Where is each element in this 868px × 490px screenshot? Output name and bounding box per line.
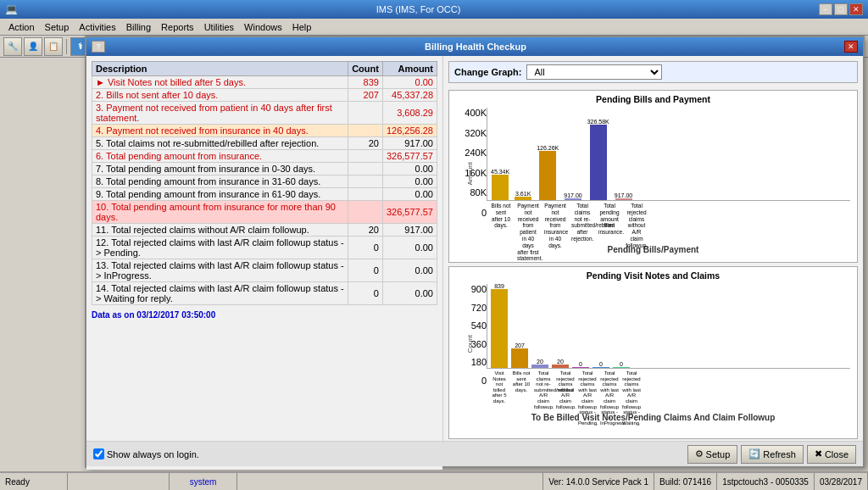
bar xyxy=(531,365,548,368)
chart2-subtitle: To Be Billed Visit Notes/Pending Claims … xyxy=(453,413,854,422)
menu-activities[interactable]: Activities xyxy=(74,20,120,34)
status-user: system xyxy=(170,473,237,490)
app-icon: 💻 xyxy=(5,3,18,15)
col-count: Count xyxy=(348,62,383,76)
bar xyxy=(539,151,556,200)
toolbar-btn-2[interactable]: 👤 xyxy=(24,37,42,56)
chart2-body: Count 839 207 xyxy=(487,284,850,411)
show-always-checkbox[interactable] xyxy=(93,448,104,459)
table-row: 8. Total pending amount from insurance i… xyxy=(92,175,437,188)
bar xyxy=(511,348,528,368)
bars-2: 839 207 20 xyxy=(487,284,850,369)
pending-visit-chart: Pending Visit Notes and Claims 900 720 5… xyxy=(448,266,858,439)
bar xyxy=(590,125,607,200)
bar-group: 0 xyxy=(613,361,630,368)
left-panel: Description Count Amount ► Visit Notes n… xyxy=(86,56,442,470)
toolbar-btn-1[interactable]: 🔧 xyxy=(3,37,22,56)
toolbar-btn-3[interactable]: 📋 xyxy=(44,37,63,56)
app-title: IMS (IMS, For OCC) xyxy=(18,4,819,14)
show-always-label[interactable]: Show always on login. xyxy=(93,448,199,459)
status-empty xyxy=(68,473,170,490)
table-row: 5. Total claims not re-submitted/rebille… xyxy=(92,137,437,150)
status-date: 03/28/2017 xyxy=(815,473,868,490)
refresh-button[interactable]: 🔄 Refresh xyxy=(741,445,804,464)
right-panel: Change Graph: All Pending Bills Visit No… xyxy=(442,56,863,444)
bar-group: 20 xyxy=(552,359,569,368)
bar-group: 207 xyxy=(511,342,528,368)
bar-group: 839 xyxy=(491,283,508,368)
status-version: Ver: 14.0.0 Service Pack 1 xyxy=(543,473,654,490)
chart1-area: 400K 320K 240K 160K 80K 0 Amount 4 xyxy=(453,108,854,243)
minimize-button[interactable]: − xyxy=(819,3,832,15)
bar-group: 917.00 xyxy=(615,192,632,200)
gear-icon: ⚙ xyxy=(695,448,704,459)
table-row: 2. Bills not sent after 10 days. 207 45,… xyxy=(92,89,437,102)
menu-setup[interactable]: Setup xyxy=(40,20,75,34)
setup-button[interactable]: ⚙ Setup xyxy=(687,445,738,464)
bar xyxy=(572,367,589,368)
billing-health-dialog: ? Billing Health Checkup ✕ Description C… xyxy=(85,36,865,468)
close-icon: ✖ xyxy=(815,448,822,459)
menu-windows[interactable]: Windows xyxy=(239,20,287,34)
table-row: 10. Total pending amount from insurance … xyxy=(92,201,437,224)
x-labels-1: Bills not sent after 10 days. Payment no… xyxy=(487,201,850,235)
bar xyxy=(593,367,609,368)
table-row: 3. Payment not received from patient in … xyxy=(92,102,437,125)
table-row: 4. Payment not received from insurance i… xyxy=(92,125,437,137)
dialog-title: Billing Health Checkup xyxy=(107,42,844,52)
chart2-area: 900 720 540 360 180 0 Count 839 xyxy=(453,284,854,411)
dialog-bottom: Show always on login. ⚙ Setup 🔄 Refresh … xyxy=(86,441,863,466)
pending-visit-title: Pending Visit Notes and Claims xyxy=(453,270,854,281)
dialog-title-bar: ? Billing Health Checkup ✕ xyxy=(86,37,863,56)
bar-group: 20 xyxy=(531,359,548,368)
status-spacer xyxy=(237,473,543,490)
y-axis-label-1: Amount xyxy=(466,162,474,186)
bar xyxy=(613,367,630,368)
window-controls: − □ ✕ xyxy=(819,3,863,15)
menu-help[interactable]: Help xyxy=(287,20,317,34)
window-close-button[interactable]: ✕ xyxy=(849,3,863,15)
bar xyxy=(565,198,581,200)
menu-reports[interactable]: Reports xyxy=(156,20,199,34)
health-table: Description Count Amount ► Visit Notes n… xyxy=(92,61,437,305)
bar-group: 0 xyxy=(572,361,589,368)
pending-bills-chart: Pending Bills and Payment 400K 320K 240K… xyxy=(448,90,858,263)
status-build: Build: 071416 xyxy=(654,473,717,490)
title-bar: 💻 IMS (IMS, For OCC) − □ ✕ xyxy=(0,0,868,19)
data-as-of: Data as on 03/12/2017 03:50:00 xyxy=(92,310,437,320)
table-row: 11. Total rejected claims without A/R cl… xyxy=(92,224,437,237)
status-bar: Ready system Ver: 14.0.0 Service Pack 1 … xyxy=(0,471,868,490)
show-always-text: Show always on login. xyxy=(107,449,199,459)
status-server: 1stpctouch3 - 0050335 xyxy=(717,473,815,490)
bar-group: 917.00 xyxy=(564,192,581,200)
col-description: Description xyxy=(92,62,348,76)
dialog-help-button[interactable]: ? xyxy=(92,41,105,53)
bar xyxy=(515,197,531,200)
table-row: 6. Total pending amount from insurance. … xyxy=(92,150,437,163)
refresh-icon: 🔄 xyxy=(748,448,760,459)
change-graph-select[interactable]: All Pending Bills Visit Notes Claims xyxy=(526,64,662,80)
y-axis-label-2: Count xyxy=(466,335,474,353)
change-graph-label: Change Graph: xyxy=(454,67,521,77)
bar xyxy=(615,198,632,200)
toolbar-separator xyxy=(66,39,67,54)
chart1-body: Amount 45.34K 3.61K xyxy=(487,108,850,243)
dialog-bottom-right: ⚙ Setup 🔄 Refresh ✖ Close xyxy=(687,445,856,464)
dialog-close-button[interactable]: ✕ xyxy=(844,41,858,53)
chart1-subtitle: Pending Bills/Payment xyxy=(453,245,854,254)
close-button[interactable]: ✖ Close xyxy=(807,445,856,464)
menu-billing[interactable]: Billing xyxy=(121,20,156,34)
table-row: 13. Total rejected claims with last A/R … xyxy=(92,259,437,282)
table-row: 7. Total pending amount from insurance i… xyxy=(92,163,437,175)
bar-group: 0 xyxy=(593,361,609,368)
table-row: ► Visit Notes not billed after 5 days. 8… xyxy=(92,76,437,89)
bar-group: 3.61K xyxy=(515,191,531,200)
status-ready: Ready xyxy=(0,473,68,490)
table-row: 12. Total rejected claims with last A/R … xyxy=(92,237,437,259)
maximize-button[interactable]: □ xyxy=(834,3,848,15)
dialog-body: Description Count Amount ► Visit Notes n… xyxy=(86,56,863,444)
bars-1: 45.34K 3.61K 126.26K xyxy=(487,108,850,201)
menu-utilities[interactable]: Utilities xyxy=(199,20,239,34)
change-graph-row: Change Graph: All Pending Bills Visit No… xyxy=(448,61,858,83)
menu-action[interactable]: Action xyxy=(3,20,40,34)
